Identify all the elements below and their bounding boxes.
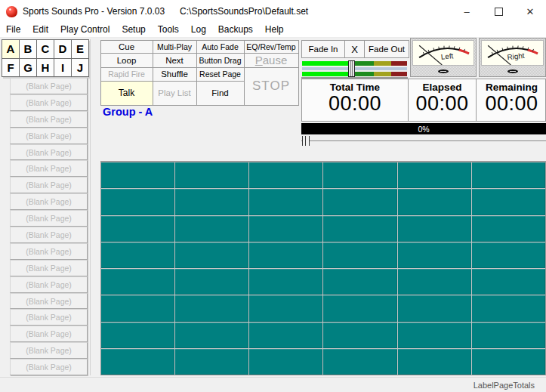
sound-cell[interactable] xyxy=(472,162,545,188)
sound-cell[interactable] xyxy=(472,216,545,242)
menu-play-control[interactable]: Play Control xyxy=(54,23,116,37)
sound-cell[interactable] xyxy=(249,349,322,375)
menu-log[interactable]: Log xyxy=(185,23,212,37)
minimize-button[interactable]: – xyxy=(451,0,483,23)
page-button[interactable]: (Blank Page) xyxy=(10,111,88,128)
sound-cell[interactable] xyxy=(398,323,471,348)
maximize-button[interactable] xyxy=(483,0,514,23)
play-list-button[interactable]: Play List xyxy=(153,81,197,106)
sound-cell[interactable] xyxy=(101,216,174,242)
sound-cell[interactable] xyxy=(472,189,545,215)
sound-cell[interactable] xyxy=(398,349,471,375)
auto-fade-button[interactable]: Auto Fade xyxy=(196,40,245,54)
volume-slider[interactable] xyxy=(301,60,408,79)
group-button-j[interactable]: J xyxy=(72,59,88,77)
sound-cell[interactable] xyxy=(249,323,322,348)
sound-cell[interactable] xyxy=(249,269,322,295)
sound-cell[interactable] xyxy=(249,162,322,188)
group-button-a[interactable]: A xyxy=(2,40,19,58)
sound-cell[interactable] xyxy=(175,349,248,375)
sound-cell[interactable] xyxy=(323,269,396,295)
sound-cell[interactable] xyxy=(175,295,248,321)
multi-play-button[interactable]: Multi-Play xyxy=(153,40,197,54)
fade-in-button[interactable]: Fade In xyxy=(301,40,345,58)
sound-cell[interactable] xyxy=(398,189,471,215)
fade-cancel-button[interactable]: X xyxy=(344,40,365,58)
find-button[interactable]: Find xyxy=(196,81,245,106)
sound-cell[interactable] xyxy=(472,295,545,321)
group-button-b[interactable]: B xyxy=(20,40,36,58)
sound-cell[interactable] xyxy=(175,189,248,215)
group-button-h[interactable]: H xyxy=(37,59,54,77)
page-button[interactable]: (Blank Page) xyxy=(10,227,88,243)
next-button[interactable]: Next xyxy=(153,53,197,68)
sound-cell[interactable] xyxy=(175,216,248,242)
page-button[interactable]: (Blank Page) xyxy=(10,309,88,326)
page-button[interactable]: (Blank Page) xyxy=(10,276,88,293)
menu-file[interactable]: File xyxy=(0,23,26,37)
rapid-fire-button[interactable]: Rapid Fire xyxy=(100,67,153,82)
group-button-e[interactable]: E xyxy=(72,40,88,58)
page-button[interactable]: (Blank Page) xyxy=(10,94,88,111)
sound-cell[interactable] xyxy=(398,216,471,242)
seek-slider[interactable] xyxy=(301,136,546,147)
page-button[interactable]: (Blank Page) xyxy=(10,260,88,276)
sound-cell[interactable] xyxy=(249,242,322,268)
menu-help[interactable]: Help xyxy=(259,23,290,37)
sound-cell[interactable] xyxy=(101,189,174,215)
page-button[interactable]: (Blank Page) xyxy=(10,293,88,310)
sound-cell[interactable] xyxy=(472,323,545,348)
sound-cell[interactable] xyxy=(175,269,248,295)
group-button-g[interactable]: G xyxy=(20,59,36,77)
group-button-c[interactable]: C xyxy=(37,40,54,58)
sound-cell[interactable] xyxy=(323,323,396,348)
page-button[interactable]: (Blank Page) xyxy=(10,128,88,144)
page-button[interactable]: (Blank Page) xyxy=(10,160,88,177)
sound-cell[interactable] xyxy=(323,295,396,321)
fade-out-button[interactable]: Fade Out xyxy=(364,40,409,58)
sound-cell[interactable] xyxy=(175,323,248,348)
page-button[interactable]: (Blank Page) xyxy=(10,210,88,227)
sound-cell[interactable] xyxy=(323,242,396,268)
volume-thumb[interactable] xyxy=(348,60,355,77)
sound-cell[interactable] xyxy=(398,269,471,295)
sound-cell[interactable] xyxy=(249,216,322,242)
sound-cell[interactable] xyxy=(101,295,174,321)
sound-cell[interactable] xyxy=(101,323,174,348)
sound-cell[interactable] xyxy=(249,189,322,215)
cue-button[interactable]: Cue xyxy=(100,40,153,54)
sound-cell[interactable] xyxy=(472,349,545,375)
group-button-i[interactable]: I xyxy=(54,59,71,77)
sound-cell[interactable] xyxy=(249,295,322,321)
reset-page-button[interactable]: Reset Page xyxy=(196,67,245,82)
group-button-d[interactable]: D xyxy=(54,40,71,58)
button-drag-button[interactable]: Button Drag xyxy=(196,53,245,68)
sound-cell[interactable] xyxy=(472,269,545,295)
menu-tools[interactable]: Tools xyxy=(152,23,185,37)
menu-backups[interactable]: Backups xyxy=(212,23,259,37)
eq-rev-temp-button[interactable]: EQ/Rev/Temp xyxy=(244,40,299,54)
page-button[interactable]: (Blank Page) xyxy=(10,144,88,161)
sound-cell[interactable] xyxy=(398,162,471,188)
sound-cell[interactable] xyxy=(101,162,174,188)
page-button[interactable]: (Blank Page) xyxy=(10,326,88,342)
sound-cell[interactable] xyxy=(175,162,248,188)
page-button[interactable]: (Blank Page) xyxy=(10,359,88,375)
shuffle-button[interactable]: Shuffle xyxy=(153,67,197,82)
sound-cell[interactable] xyxy=(175,242,248,268)
page-button[interactable]: (Blank Page) xyxy=(10,342,88,359)
menu-edit[interactable]: Edit xyxy=(26,23,54,37)
sound-cell[interactable] xyxy=(101,269,174,295)
group-button-f[interactable]: F xyxy=(2,59,19,77)
sound-cell[interactable] xyxy=(398,295,471,321)
sound-cell[interactable] xyxy=(323,349,396,375)
sound-cell[interactable] xyxy=(398,242,471,268)
page-button[interactable]: (Blank Page) xyxy=(10,177,88,193)
sound-cell[interactable] xyxy=(323,216,396,242)
sound-cell[interactable] xyxy=(101,242,174,268)
close-button[interactable]: ✕ xyxy=(514,0,546,23)
stop-button[interactable]: STOP xyxy=(244,67,299,106)
sound-cell[interactable] xyxy=(323,162,396,188)
menu-setup[interactable]: Setup xyxy=(116,23,151,37)
page-button[interactable]: (Blank Page) xyxy=(10,78,88,94)
